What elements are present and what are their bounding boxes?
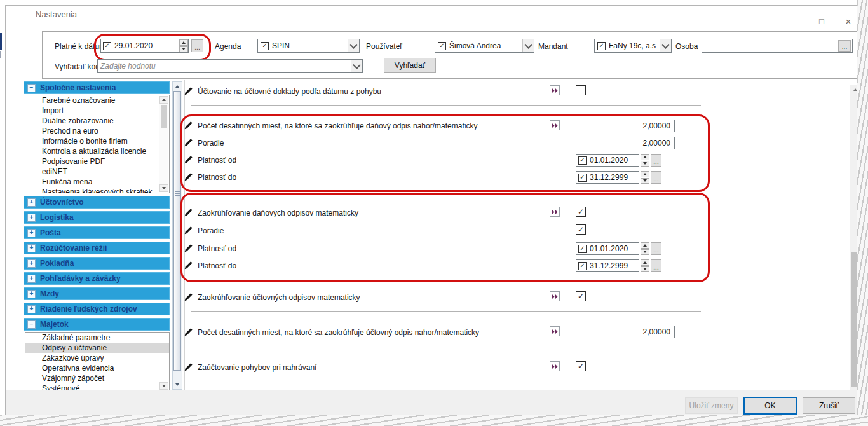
- osoba-field[interactable]: ...: [702, 39, 853, 53]
- mandant-combo[interactable]: FaNy 19c, a.s. (IK 36842: [594, 39, 672, 53]
- section-label: Pošta: [40, 228, 61, 237]
- value-field[interactable]: 2,00000: [576, 326, 675, 338]
- sidebar-item[interactable]: ediNET: [25, 167, 169, 177]
- osoba-picker-button[interactable]: ...: [838, 40, 851, 52]
- expand-icon[interactable]: +: [27, 290, 36, 298]
- sidebar-item[interactable]: Duálne zobrazovanie: [25, 116, 169, 126]
- setting-label: Zaokrúhľovanie účtovných odpisov matemat…: [198, 293, 360, 302]
- maximize-icon[interactable]: □: [812, 14, 831, 28]
- chevron-down-icon[interactable]: [348, 39, 359, 52]
- forward-arrows-icon[interactable]: [550, 326, 560, 336]
- osoba-label: Osoba: [675, 42, 698, 51]
- edit-pencil-icon[interactable]: [183, 292, 193, 302]
- user-combo[interactable]: Šimová Andrea: [435, 39, 534, 53]
- sidebar-section-pohladavky[interactable]: + Pohľadávky a záväzky: [24, 272, 170, 285]
- expand-icon[interactable]: +: [27, 244, 36, 252]
- agenda-value: SPIN: [272, 41, 344, 50]
- setting-checkbox[interactable]: [576, 361, 586, 371]
- cancel-button[interactable]: Zrušiť: [803, 397, 855, 414]
- scroll-up-icon[interactable]: [159, 96, 168, 104]
- expand-icon[interactable]: +: [27, 214, 36, 222]
- section-label: Pohľadávky a záväzky: [40, 274, 121, 283]
- section-label: Pokladňa: [40, 259, 74, 268]
- forward-arrows-icon[interactable]: [550, 291, 560, 301]
- agenda-checkbox[interactable]: [261, 42, 269, 50]
- scroll-up-icon[interactable]: [173, 83, 181, 90]
- expand-icon[interactable]: +: [27, 229, 36, 237]
- scrollbar-grip[interactable]: [175, 191, 180, 196]
- scroll-down-icon[interactable]: [159, 184, 168, 192]
- close-icon[interactable]: ×: [839, 14, 858, 28]
- agenda-label: Agenda: [215, 42, 241, 51]
- edit-pencil-icon[interactable]: [183, 327, 193, 337]
- setting-label: Počet desatinných miest, na ktoré sa zao…: [198, 328, 479, 337]
- agenda-combo[interactable]: SPIN: [257, 39, 360, 53]
- edit-pencil-icon[interactable]: [183, 362, 193, 372]
- sidebar-item[interactable]: Import: [25, 106, 169, 116]
- scrollbar-thumb[interactable]: [161, 105, 167, 128]
- sidebar-item-selected[interactable]: Odpisy a účtovanie: [25, 343, 169, 353]
- screenshot-root: Nastavenia – □ × Platné k dátumu 29.01.2…: [0, 0, 868, 426]
- window-title: Nastavenia: [36, 10, 77, 19]
- sidebar-section-logistika[interactable]: + Logistika: [24, 211, 170, 224]
- collapse-icon[interactable]: −: [27, 320, 36, 329]
- sidebar-item[interactable]: Vzájomný zápočet: [25, 373, 169, 383]
- setting-checkbox[interactable]: [576, 85, 586, 95]
- separator: [191, 345, 701, 345]
- sidebar-item[interactable]: Informácie o bonite firiem: [25, 136, 169, 146]
- chevron-down-icon[interactable]: [351, 60, 362, 72]
- user-label: Používateľ: [366, 42, 402, 51]
- section-label: Spoločné nastavenia: [40, 83, 116, 92]
- sidebar-item[interactable]: Základné parametre: [25, 333, 169, 343]
- expand-icon[interactable]: +: [27, 198, 36, 207]
- search-button[interactable]: Vyhľadať: [384, 58, 436, 73]
- sidebar-section-posta[interactable]: + Pošta: [24, 226, 170, 239]
- sidebar-section-pokladna[interactable]: + Pokladňa: [24, 257, 170, 270]
- sidebar-item[interactable]: Zákazkové úpravy: [25, 353, 169, 363]
- search-code-combo[interactable]: Zadajte hodnotu: [97, 59, 363, 73]
- chevron-down-icon[interactable]: [522, 39, 534, 52]
- mandant-checkbox[interactable]: [597, 42, 606, 50]
- sidebar-item[interactable]: Funkčná mena: [25, 177, 169, 187]
- expand-icon[interactable]: +: [27, 305, 36, 313]
- edit-pencil-icon[interactable]: [183, 86, 193, 96]
- list-scrollbar[interactable]: [159, 333, 168, 390]
- setting-label: Účtovanie na účtovné doklady podľa dátum…: [198, 87, 381, 96]
- setting-label: Zaúčtovanie pohybov pri nahrávaní: [198, 363, 316, 372]
- chevron-down-icon[interactable]: [660, 39, 671, 52]
- search-code-label: Vyhľadať kód: [55, 62, 100, 71]
- sidebar-item[interactable]: Kontrola a aktualizácia licencie: [25, 146, 169, 156]
- mandant-value: FaNy 19c, a.s. (IK 36842: [609, 41, 656, 50]
- mandant-label: Mandant: [538, 42, 568, 51]
- sidebar-item[interactable]: Operatívna evidencia: [25, 363, 169, 373]
- scroll-down-icon[interactable]: [173, 381, 181, 388]
- background-window-sliver: [0, 33, 2, 50]
- minimize-icon[interactable]: –: [786, 14, 805, 28]
- torn-edge-right: [857, 0, 868, 426]
- sidebar-section-rozuctovanie[interactable]: + Rozúčtovanie réžií: [24, 242, 170, 254]
- section-label: Mzdy: [40, 289, 59, 298]
- save-changes-button[interactable]: Uložiť zmeny: [685, 397, 738, 414]
- setting-checkbox[interactable]: [576, 291, 586, 301]
- expand-icon[interactable]: +: [27, 259, 36, 268]
- sidebar-item[interactable]: Farebné označovanie: [25, 95, 169, 106]
- settings-dialog: Nastavenia – □ × Platné k dátumu 29.01.2…: [5, 5, 860, 417]
- list-scrollbar[interactable]: [159, 96, 168, 192]
- sidebar-section-majetok[interactable]: − Majetok: [24, 318, 170, 331]
- sidebar-item[interactable]: Prechod na euro: [25, 126, 169, 136]
- forward-arrows-icon[interactable]: [550, 361, 560, 371]
- sidebar-item-clipped[interactable]: Nastavenia klávesových skratiek: [25, 187, 169, 193]
- sidebar-section-mzdy[interactable]: + Mzdy: [24, 287, 170, 300]
- sidebar-section-common[interactable]: − Spoločné nastavenia: [24, 81, 170, 94]
- sidebar-section-riadenie[interactable]: + Riadenie ľudských zdrojov: [24, 303, 170, 315]
- sidebar-section-uctovnictvo[interactable]: + Účtovníctvo: [24, 196, 170, 209]
- scroll-down-icon[interactable]: [159, 382, 168, 390]
- ok-button[interactable]: OK: [743, 397, 797, 415]
- annotation-box-group2: [180, 193, 710, 282]
- sidebar-item[interactable]: Podpisovanie PDF: [25, 156, 169, 167]
- user-checkbox[interactable]: [438, 42, 446, 50]
- torn-edge-bottom: [0, 415, 868, 426]
- forward-arrows-icon[interactable]: [550, 85, 560, 95]
- collapse-icon[interactable]: −: [27, 84, 36, 92]
- expand-icon[interactable]: +: [27, 275, 36, 283]
